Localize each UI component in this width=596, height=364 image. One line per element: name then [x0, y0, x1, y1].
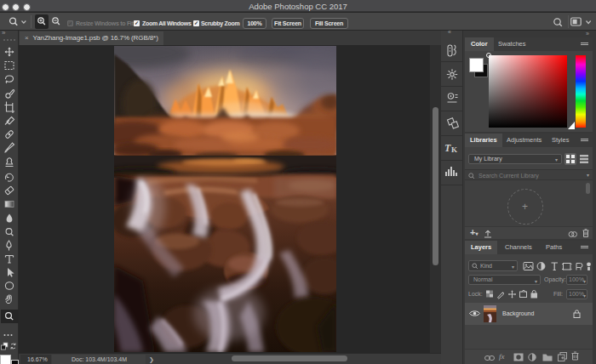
svg-text:K: K [451, 145, 457, 154]
svg-text:T: T [444, 142, 451, 154]
